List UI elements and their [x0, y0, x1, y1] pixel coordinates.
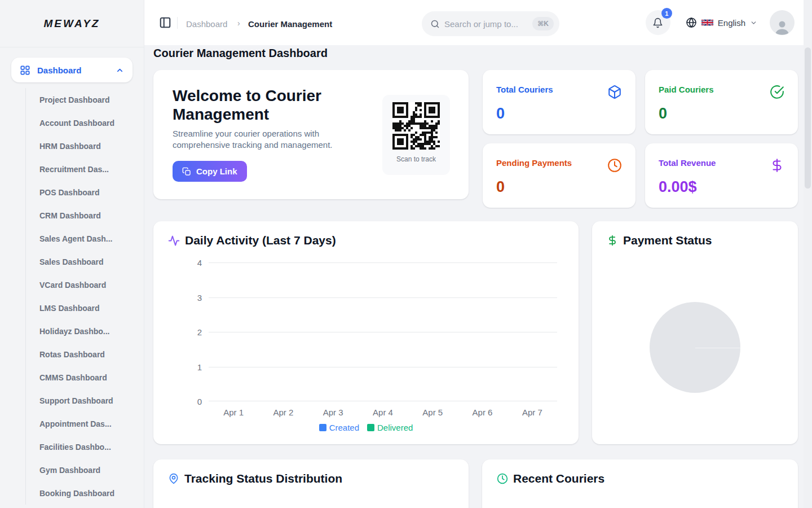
sidebar-item-hrm-dashboard[interactable]: HRM Dashboard: [39, 134, 133, 157]
breadcrumb-current: Courier Management: [248, 19, 332, 29]
search-shortcut-badge: ⌘K: [532, 17, 554, 30]
chevron-up-icon: [116, 66, 124, 75]
divider: [177, 17, 178, 29]
main-content: Courier Management Dashboard Welcome to …: [144, 45, 804, 508]
language-switcher[interactable]: English: [686, 17, 757, 28]
payment-status-card: Payment Status: [592, 221, 798, 444]
y-axis-labels: 01234: [176, 262, 202, 401]
stat-label: Pending Payments: [496, 158, 572, 168]
sidebar-item-project-dashboard[interactable]: Project Dashboard: [39, 88, 133, 111]
legend-item-created[interactable]: Created: [319, 423, 359, 432]
activity-icon: [168, 235, 180, 247]
page-title: Courier Management Dashboard: [153, 47, 328, 60]
gridline: [209, 367, 557, 367]
y-tick-label: 4: [197, 258, 202, 268]
stat-card-pending-payments: Pending Payments 0: [483, 143, 636, 208]
bell-icon: [652, 17, 663, 28]
welcome-subtitle: Streamline your courier operations with …: [173, 128, 359, 151]
sidebar-item-crm-dashboard[interactable]: CRM Dashboard: [39, 204, 133, 227]
chart-legend: CreatedDelivered: [153, 423, 579, 432]
dollar-icon: [770, 158, 784, 173]
uk-flag-icon: [701, 19, 713, 27]
breadcrumb-separator: ›: [237, 19, 240, 28]
x-tick-label: Apr 2: [258, 408, 308, 417]
check-circle-icon: [770, 85, 784, 99]
sidebar-item-cmms-dashboard[interactable]: CMMS Dashboard: [39, 366, 133, 389]
sidebar-item-recruitment-das[interactable]: Recruitment Das...: [39, 157, 133, 181]
clock-icon: [607, 158, 622, 173]
stat-value: 0: [496, 105, 622, 122]
copy-icon: [182, 167, 191, 176]
breadcrumb-root[interactable]: Dashboard: [186, 19, 227, 29]
sidebar-item-vcard-dashboard[interactable]: VCard Dashboard: [39, 273, 133, 296]
stat-card-total-couriers: Total Couriers 0: [483, 70, 636, 134]
stat-label: Total Revenue: [659, 158, 716, 168]
daily-activity-chart: [209, 262, 557, 401]
x-tick-label: Apr 1: [209, 408, 258, 417]
map-pin-icon: [168, 473, 179, 484]
welcome-title: Welcome to Courier Management: [173, 86, 370, 124]
welcome-card: Welcome to Courier Management Streamline…: [153, 70, 469, 199]
qr-caption: Scan to track: [396, 155, 436, 163]
sidebar-item-pos-dashboard[interactable]: POS Dashboard: [39, 181, 133, 204]
search-box[interactable]: ⌘K: [422, 11, 559, 36]
gridline: [209, 297, 557, 298]
daily-activity-card: Daily Activity (Last 7 Days) 01234 Apr 1…: [153, 221, 579, 444]
gridline: [209, 401, 557, 401]
grid-icon: [20, 65, 30, 76]
gridline: [209, 332, 557, 332]
x-tick-label: Apr 3: [308, 408, 358, 417]
sidebar-item-support-dashboard[interactable]: Support Dashboard: [39, 389, 133, 412]
daily-activity-title: Daily Activity (Last 7 Days): [185, 234, 336, 247]
sidebar-item-list: Project DashboardAccount DashboardHRM Da…: [25, 88, 133, 505]
stat-value: 0.00$: [659, 178, 784, 196]
clock-icon: [497, 473, 508, 484]
sidebar-item-lms-dashboard[interactable]: LMS Dashboard: [39, 296, 133, 319]
sidebar-item-facilities-dashbo[interactable]: Facilities Dashbo...: [39, 435, 133, 458]
legend-swatch: [319, 424, 326, 431]
sidebar-nav: Dashboard Project DashboardAccount Dashb…: [0, 47, 144, 505]
stat-label: Paid Couriers: [659, 85, 714, 94]
x-tick-label: Apr 6: [457, 408, 507, 417]
search-icon: [430, 19, 440, 29]
globe-icon: [686, 17, 697, 28]
sidebar-item-sales-dashboard[interactable]: Sales Dashboard: [39, 250, 133, 273]
language-label: English: [718, 18, 745, 28]
notifications-button[interactable]: 1: [646, 10, 670, 35]
x-tick-label: Apr 4: [358, 408, 408, 417]
search-input[interactable]: [444, 19, 518, 29]
dollar-icon: [607, 235, 618, 246]
legend-item-delivered[interactable]: Delivered: [367, 423, 413, 432]
y-tick-label: 3: [197, 293, 202, 303]
legend-swatch: [367, 424, 374, 431]
stat-card-paid-couriers: Paid Couriers 0: [645, 70, 798, 134]
tracking-status-card: Tracking Status Distribution: [153, 459, 469, 508]
logo-box: MEWAYZ: [0, 0, 144, 47]
page-scrollbar: [804, 0, 812, 508]
sidebar-item-booking-dashboard[interactable]: Booking Dashboard: [39, 481, 133, 505]
payment-status-title: Payment Status: [623, 234, 712, 247]
notification-count-badge: 1: [661, 8, 672, 19]
stat-value: 0: [659, 105, 784, 122]
sidebar-item-appointment-das[interactable]: Appointment Das...: [39, 412, 133, 435]
gridline: [209, 262, 557, 263]
sidebar-toggle-icon[interactable]: [159, 16, 171, 29]
sidebar: MEWAYZ Dashboard Project DashboardAccoun…: [0, 0, 144, 508]
sidebar-item-gym-dashboard[interactable]: Gym Dashboard: [39, 458, 133, 481]
recent-couriers-card: Recent Couriers: [482, 459, 798, 508]
x-axis-labels: Apr 1Apr 2Apr 3Apr 4Apr 5Apr 6Apr 7: [209, 408, 557, 417]
copy-link-button[interactable]: Copy Link: [173, 161, 247, 182]
user-avatar[interactable]: [770, 10, 795, 35]
sidebar-item-sales-agent-dash[interactable]: Sales Agent Dash...: [39, 227, 133, 250]
app-logo: MEWAYZ: [44, 17, 100, 30]
recent-couriers-title: Recent Couriers: [513, 472, 604, 485]
payment-status-pie-empty: [650, 302, 740, 393]
sidebar-item-account-dashboard[interactable]: Account Dashboard: [39, 111, 133, 134]
sidebar-item-dashboard[interactable]: Dashboard: [11, 58, 133, 82]
sidebar-item-rotas-dashboard[interactable]: Rotas Dashboard: [39, 343, 133, 366]
x-tick-label: Apr 5: [408, 408, 457, 417]
stat-card-total-revenue: Total Revenue 0.00$: [645, 143, 798, 208]
pie-seam: [695, 348, 741, 348]
sidebar-item-holidayz-dashbo[interactable]: Holidayz Dashbo...: [39, 319, 133, 343]
scrollbar-thumb[interactable]: [805, 47, 811, 189]
